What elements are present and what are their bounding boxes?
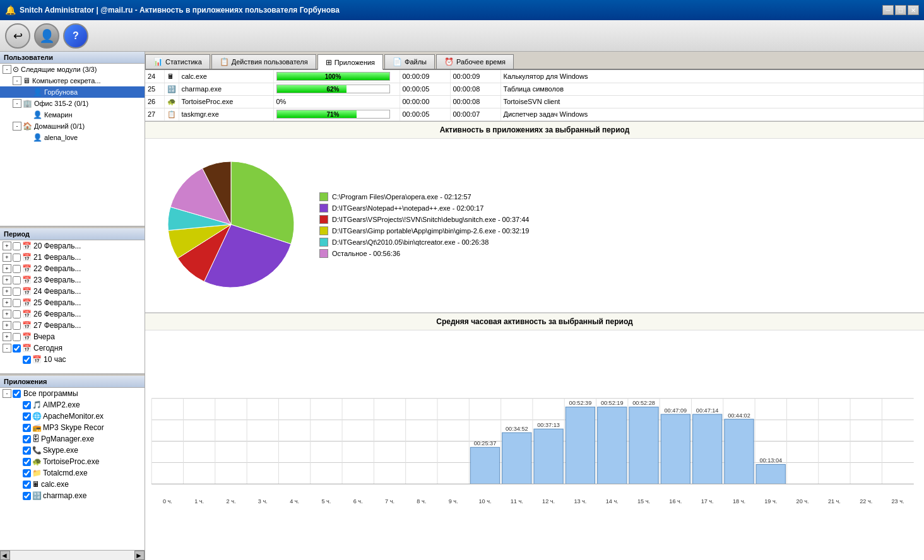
period-checkbox[interactable] xyxy=(13,276,21,284)
table-area[interactable]: 24 🖩 calc.exe 100% 00:00:09 00:00:09 Кал… xyxy=(145,70,924,122)
period-expand-btn[interactable]: + xyxy=(3,264,11,273)
help-button[interactable]: ? xyxy=(63,23,88,49)
app-checkbox[interactable] xyxy=(23,412,31,421)
period-expand-btn[interactable]: - xyxy=(3,344,11,353)
app-item[interactable]: 🗄PgManager.exe xyxy=(0,433,145,445)
tree-item[interactable]: -⊙Следящие модули (3/3) xyxy=(0,64,145,75)
period-expand-btn[interactable]: + xyxy=(3,321,11,330)
maximize-button[interactable]: □ xyxy=(895,5,906,15)
app-item[interactable]: 🖩calc.exe xyxy=(0,479,145,490)
period-item[interactable]: +📅22 Февраль... xyxy=(0,263,145,274)
tree-item[interactable]: 👤Горбунова xyxy=(0,86,145,98)
period-checkbox[interactable] xyxy=(13,310,21,318)
period-item[interactable]: +📅23 Февраль... xyxy=(0,274,145,286)
minimize-button[interactable]: ─ xyxy=(882,5,894,15)
tab-файлы[interactable]: 📄Файлы xyxy=(384,54,435,69)
period-checkbox[interactable] xyxy=(13,242,21,250)
period-expand-btn[interactable]: + xyxy=(3,276,11,284)
app-checkbox[interactable] xyxy=(23,492,31,500)
scroll-left-btn[interactable]: ◄ xyxy=(0,551,10,560)
app-item[interactable]: 🔡charmap.exe xyxy=(0,490,145,501)
app-item[interactable]: 📻MP3 Skype Recor xyxy=(0,422,145,433)
period-section: Период +📅20 Февраль...+📅21 Февраль...+📅2… xyxy=(0,228,145,373)
tab-приложения[interactable]: ⊞Приложения xyxy=(317,54,383,70)
legend-color-swatch xyxy=(319,238,328,247)
period-checkbox[interactable] xyxy=(13,333,21,341)
svg-text:5 ч.: 5 ч. xyxy=(321,498,331,505)
period-checkbox[interactable] xyxy=(13,288,21,296)
back-button[interactable]: ↩ xyxy=(5,23,30,49)
app-checkbox[interactable] xyxy=(23,481,31,489)
app-checkbox[interactable] xyxy=(23,435,31,443)
app-checkbox[interactable] xyxy=(23,401,31,409)
app-item[interactable]: 📁Totalcmd.exe xyxy=(0,467,145,479)
app-icon: 🐢 xyxy=(32,457,42,466)
period-checkbox[interactable] xyxy=(13,265,21,273)
period-item[interactable]: +📅21 Февраль... xyxy=(0,252,145,263)
period-item[interactable]: -📅Сегодня xyxy=(0,342,145,354)
app-item[interactable]: 🐢TortoiseProc.exe xyxy=(0,456,145,467)
app-item[interactable]: 🌐ApacheMonitor.ex xyxy=(0,411,145,422)
legend-item: D:\ITGears\Qt\2010.05\bin\qtcreator.exe … xyxy=(319,236,914,248)
period-item[interactable]: +📅27 Февраль... xyxy=(0,320,145,331)
apps-list[interactable]: -Все программы🎵AIMP2.exe🌐ApacheMonitor.e… xyxy=(0,388,145,550)
tree-expand-btn[interactable]: - xyxy=(3,65,11,74)
table-row[interactable]: 24 🖩 calc.exe 100% 00:00:09 00:00:09 Кал… xyxy=(145,70,924,83)
tree-expand-btn[interactable]: - xyxy=(13,99,21,108)
row-progress: 100% xyxy=(273,70,400,83)
legend-color-swatch xyxy=(319,192,328,201)
period-header: Период xyxy=(0,228,145,240)
app-item[interactable]: -Все программы xyxy=(0,388,145,399)
tree-expand-btn[interactable]: - xyxy=(13,122,21,131)
app-expand-btn[interactable]: - xyxy=(3,389,11,398)
app-checkbox[interactable] xyxy=(23,469,31,477)
period-list[interactable]: +📅20 Февраль...+📅21 Февраль...+📅22 Февра… xyxy=(0,240,145,373)
app-checkbox[interactable] xyxy=(23,424,31,432)
period-checkbox[interactable] xyxy=(13,254,21,262)
app-item[interactable]: 🎵AIMP2.exe xyxy=(0,399,145,411)
tab-действия-пользователя[interactable]: 📋Действия пользователя xyxy=(211,54,316,69)
tree-item-icon: 👤 xyxy=(33,110,42,119)
table-row[interactable]: 27 📋 taskmgr.exe 71% 00:00:05 00:00:07 Д… xyxy=(145,108,924,120)
scroll-track[interactable] xyxy=(10,551,134,560)
period-item[interactable]: +📅25 Февраль... xyxy=(0,297,145,308)
period-expand-btn[interactable]: + xyxy=(3,310,11,318)
tab-рабочее-время[interactable]: ⏰Рабочее время xyxy=(436,54,514,69)
app-checkbox[interactable] xyxy=(13,390,21,398)
period-item[interactable]: +📅Вчера xyxy=(0,331,145,342)
tree-item[interactable]: -🏠Домашний (0/1) xyxy=(0,120,145,132)
svg-text:21 ч.: 21 ч. xyxy=(828,498,841,505)
tree-item[interactable]: 👤Кемарин xyxy=(0,109,145,120)
period-item[interactable]: +📅24 Февраль... xyxy=(0,286,145,297)
period-checkbox[interactable] xyxy=(23,356,31,364)
tree-expand-btn[interactable]: - xyxy=(13,76,21,85)
horizontal-scrollbar[interactable]: ◄ ► xyxy=(0,550,145,560)
period-item[interactable]: 📅10 час xyxy=(0,354,145,365)
period-expand-btn[interactable]: + xyxy=(3,287,11,296)
tab-статистика[interactable]: 📊Статистика xyxy=(145,54,210,69)
app-checkbox[interactable] xyxy=(23,458,31,466)
users-tree[interactable]: -⊙Следящие модули (3/3)-🖥Компьютер секре… xyxy=(0,64,145,226)
app-item[interactable]: 📞Skype.exe xyxy=(0,445,145,456)
period-expand-btn[interactable]: + xyxy=(3,332,11,341)
row-name: calc.exe xyxy=(179,70,273,83)
user-button[interactable]: 👤 xyxy=(34,23,59,49)
table-row[interactable]: 25 🔡 charmap.exe 62% 00:00:05 00:00:08 Т… xyxy=(145,83,924,95)
period-expand-btn[interactable]: + xyxy=(3,298,11,307)
period-expand-btn[interactable]: + xyxy=(3,253,11,262)
table-row[interactable]: 26 🐢 TortoiseProc.exe 0% 00:00:00 00:00:… xyxy=(145,95,924,108)
tree-item-label: Домашний (0/1) xyxy=(34,122,85,130)
close-button[interactable]: ✕ xyxy=(908,5,919,15)
tree-item[interactable]: -🖥Компьютер секрета... xyxy=(0,75,145,86)
period-expand-btn[interactable]: + xyxy=(3,242,11,250)
svg-text:18 ч.: 18 ч. xyxy=(733,498,745,505)
tree-item[interactable]: 👤alena_love xyxy=(0,132,145,143)
period-item[interactable]: +📅20 Февраль... xyxy=(0,240,145,252)
period-checkbox[interactable] xyxy=(13,322,21,330)
period-checkbox[interactable] xyxy=(13,344,21,353)
scroll-right-btn[interactable]: ► xyxy=(134,551,145,560)
tree-item[interactable]: -🏢Офис 315-2 (0/1) xyxy=(0,98,145,109)
period-checkbox[interactable] xyxy=(13,299,21,307)
period-item[interactable]: +📅26 Февраль... xyxy=(0,308,145,320)
app-checkbox[interactable] xyxy=(23,446,31,455)
